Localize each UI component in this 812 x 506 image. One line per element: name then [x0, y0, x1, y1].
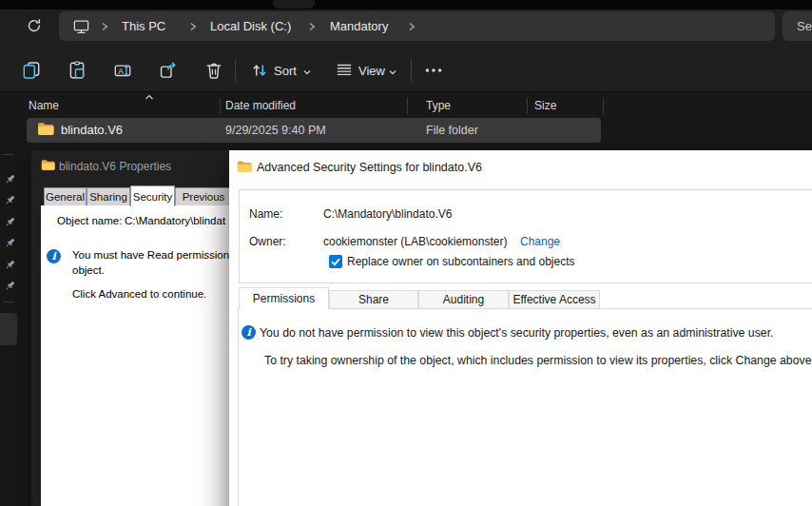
- toolbar-bottom-divider: [0, 91, 812, 92]
- rename-icon[interactable]: A: [112, 60, 133, 81]
- explorer-tab[interactable]: [273, 0, 315, 9]
- properties-dialog: blindato.V6 Properties General Sharing S…: [31, 150, 229, 506]
- window-tab-strip: [0, 0, 812, 10]
- no-permission-text-line2: To try taking ownership of the object, w…: [264, 354, 812, 367]
- chevron-right-icon: [407, 21, 416, 32]
- dialog-title: Advanced Security Settings for blindato.…: [257, 161, 482, 174]
- object-name-value: C:\Mandatory\blindat: [125, 215, 225, 226]
- folder-icon: [237, 160, 252, 173]
- column-separator[interactable]: [220, 98, 221, 114]
- toolbar-divider: [235, 59, 236, 83]
- permissions-warning-line2: object.: [72, 264, 105, 276]
- file-name: blindato.V6: [61, 123, 123, 137]
- replace-owner-label: Replace owner on subcontainers and objec…: [347, 255, 574, 268]
- security-tab-page: Object name: C:\Mandatory\blindat i You …: [41, 205, 229, 506]
- column-header-date-modified[interactable]: Date modified: [225, 99, 296, 112]
- nav-separator: [3, 154, 14, 155]
- breadcrumb: [59, 11, 775, 41]
- pin-icon[interactable]: [4, 280, 16, 292]
- owner-value: cookiemonster (LAB\cookiemonster): [323, 235, 507, 248]
- no-permission-text-line1: You do not have permission to view this …: [260, 326, 774, 340]
- tab-permissions[interactable]: Permissions: [239, 287, 329, 309]
- tab-auditing[interactable]: Auditing: [418, 290, 509, 309]
- chevron-down-icon: [301, 67, 313, 78]
- tab-effective-access[interactable]: Effective Access: [509, 290, 600, 309]
- change-owner-link[interactable]: Change: [520, 235, 560, 248]
- chevron-right-icon: [188, 21, 198, 32]
- name-label: Name:: [249, 207, 282, 221]
- delete-icon[interactable]: [203, 60, 224, 81]
- column-header-name[interactable]: Name: [29, 99, 59, 112]
- permissions-warning-line1: You must have Read permissions: [72, 249, 229, 261]
- refresh-icon[interactable]: [25, 16, 44, 35]
- svg-text:A: A: [118, 68, 124, 76]
- paste-icon[interactable]: [67, 60, 87, 81]
- sort-ascending-icon: [144, 93, 155, 101]
- column-header-type[interactable]: Type: [426, 99, 451, 112]
- view-icon: [334, 60, 355, 81]
- column-header-size[interactable]: Size: [534, 99, 556, 112]
- info-icon: i: [242, 325, 256, 340]
- copy-icon[interactable]: [21, 60, 42, 81]
- dialog-title: blindato.V6 Properties: [59, 160, 171, 173]
- nav-selected-item[interactable]: [0, 313, 17, 345]
- chevron-right-icon: [100, 21, 109, 32]
- object-name-label: Object name:: [57, 215, 122, 226]
- tab-general[interactable]: General: [44, 187, 87, 205]
- owner-label: Owner:: [249, 235, 286, 248]
- pin-icon[interactable]: [4, 216, 16, 228]
- column-separator[interactable]: [527, 98, 528, 114]
- view-button[interactable]: View: [358, 64, 385, 78]
- file-date-modified: 9/29/2025 9:40 PM: [225, 124, 326, 137]
- search-input[interactable]: Search: [783, 11, 812, 41]
- file-explorer-window: This PC Local Disk (C:) Mandatory Search…: [0, 0, 812, 506]
- advanced-hint-text: Click Advanced to continue.: [72, 288, 206, 300]
- pin-icon[interactable]: [4, 259, 16, 271]
- info-icon: i: [47, 249, 61, 263]
- pin-icon[interactable]: [4, 194, 16, 206]
- sort-button[interactable]: Sort: [274, 64, 297, 78]
- breadcrumb-item-this-pc[interactable]: This PC: [122, 11, 165, 41]
- breadcrumb-item-mandatory[interactable]: Mandatory: [330, 11, 388, 41]
- breadcrumb-item-local-disk[interactable]: Local Disk (C:): [210, 11, 291, 41]
- this-pc-icon[interactable]: [72, 18, 90, 35]
- advanced-security-dialog: Advanced Security Settings for blindato.…: [229, 150, 812, 506]
- pin-icon[interactable]: [4, 173, 16, 185]
- column-separator[interactable]: [603, 98, 604, 114]
- share-icon[interactable]: [158, 60, 179, 81]
- checkmark-icon: [329, 255, 342, 268]
- nav-separator: [3, 302, 14, 302]
- folder-icon: [37, 122, 54, 136]
- tab-share[interactable]: Share: [329, 290, 418, 309]
- name-value: C:\Mandatory\blindato.V6: [323, 207, 452, 221]
- more-icon[interactable]: [423, 60, 444, 81]
- pin-icon[interactable]: [4, 237, 16, 249]
- toolbar-divider: [411, 59, 412, 83]
- chevron-down-icon: [387, 67, 398, 78]
- tab-sharing[interactable]: Sharing: [87, 187, 130, 205]
- replace-owner-checkbox[interactable]: [329, 255, 342, 268]
- advanced-tabs: Permissions Share Auditing Effective Acc…: [239, 287, 600, 309]
- file-type: File folder: [426, 124, 478, 137]
- column-separator[interactable]: [407, 98, 408, 114]
- tab-security[interactable]: Security: [130, 185, 175, 206]
- folder-icon: [41, 159, 55, 171]
- sort-icon: [249, 60, 270, 81]
- chevron-right-icon: [307, 21, 317, 32]
- tab-previous-versions[interactable]: Previous: [175, 187, 229, 205]
